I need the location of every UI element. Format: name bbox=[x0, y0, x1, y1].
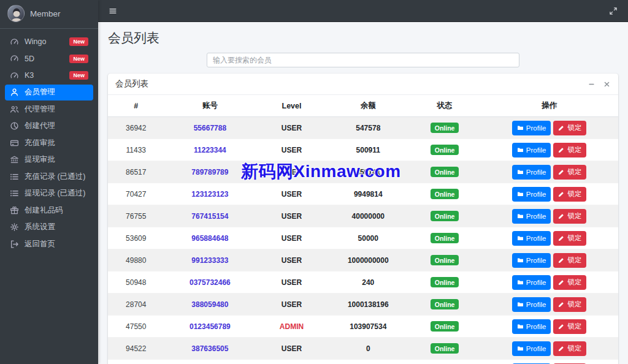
lock-button[interactable]: 锁定 bbox=[553, 165, 586, 180]
table-row: 49880 991233333 USER 1000000000 Online P… bbox=[108, 249, 618, 271]
lock-button[interactable]: 锁定 bbox=[553, 319, 586, 334]
sidebar-item[interactable]: 创建代理 bbox=[5, 118, 93, 134]
user-icon bbox=[10, 88, 19, 97]
status-badge: Online bbox=[431, 145, 459, 155]
status-badge: Online bbox=[431, 299, 459, 309]
balance-value: 50000 bbox=[358, 234, 378, 243]
profile-button[interactable]: Profile bbox=[512, 231, 551, 246]
avatar bbox=[7, 5, 25, 22]
profile-button[interactable]: Profile bbox=[512, 253, 551, 268]
account-link[interactable]: 388059480 bbox=[191, 300, 228, 309]
sidebar-item[interactable]: 代理管理 bbox=[5, 101, 93, 117]
sidebar-item[interactable]: Wingo New bbox=[5, 34, 93, 50]
sidebar-item[interactable]: 返回首页 bbox=[5, 236, 93, 252]
account-link[interactable]: 387636505 bbox=[191, 344, 228, 353]
account-link[interactable]: 0123456789 bbox=[190, 322, 231, 331]
sidebar-item[interactable]: 5D New bbox=[5, 51, 93, 67]
balance-value: 40000000 bbox=[352, 212, 385, 221]
gauge-icon bbox=[10, 71, 19, 80]
table-row: 50948 0375732466 USER 240 Online Profile… bbox=[108, 271, 618, 294]
collapse-button[interactable] bbox=[588, 80, 595, 88]
lock-button[interactable]: 锁定 bbox=[553, 275, 586, 290]
sidebar-item[interactable]: 创建礼品码 bbox=[5, 202, 93, 218]
folder-icon bbox=[517, 169, 524, 175]
profile-button[interactable]: Profile bbox=[512, 187, 551, 202]
table-row: 70427 123123123 USER 9949814 Online Prof… bbox=[108, 183, 618, 205]
sidebar-item-label: 代理管理 bbox=[25, 104, 88, 115]
profile-button[interactable]: Profile bbox=[512, 341, 551, 356]
account-link[interactable]: 991233333 bbox=[191, 256, 228, 265]
content-area: 会员列表 会员列表 bbox=[98, 22, 628, 363]
pencil-icon bbox=[558, 169, 565, 175]
close-button[interactable] bbox=[603, 80, 611, 88]
lock-button[interactable]: 锁定 bbox=[553, 209, 586, 224]
column-header: 状态 bbox=[409, 95, 480, 117]
status-badge: Online bbox=[431, 167, 459, 177]
balance-value: 0 bbox=[366, 344, 370, 353]
profile-button[interactable]: Profile bbox=[512, 209, 551, 224]
gear-icon bbox=[10, 222, 19, 232]
sidebar-item[interactable]: 充值审批 bbox=[5, 135, 93, 151]
sidebar-item[interactable]: 提现记录 (已通过) bbox=[5, 186, 93, 202]
profile-button[interactable]: Profile bbox=[512, 275, 551, 290]
account-link[interactable]: 0375732466 bbox=[190, 278, 231, 287]
table-row: 32671 387636501 USER 15132206 Online Pro… bbox=[108, 360, 618, 364]
sidebar-item[interactable]: 会员管理 bbox=[5, 85, 93, 100]
column-header: 余额 bbox=[327, 95, 409, 117]
lock-button[interactable]: 锁定 bbox=[553, 121, 586, 135]
page-title: 会员列表 bbox=[98, 22, 628, 51]
account-link[interactable]: 789789789 bbox=[191, 168, 228, 176]
status-badge: Online bbox=[431, 123, 459, 133]
profile-button[interactable]: Profile bbox=[512, 297, 551, 312]
folder-icon bbox=[517, 146, 524, 153]
column-header: Level bbox=[256, 95, 327, 117]
level-label: USER bbox=[281, 344, 302, 353]
lock-button[interactable]: 锁定 bbox=[553, 253, 586, 268]
gauge-icon bbox=[10, 37, 19, 47]
pie-chart-icon bbox=[10, 121, 19, 131]
lock-button[interactable]: 锁定 bbox=[553, 187, 586, 202]
folder-icon bbox=[517, 345, 524, 352]
balance-value: 500911 bbox=[356, 146, 380, 154]
member-id: 53609 bbox=[108, 227, 164, 249]
profile-button[interactable]: Profile bbox=[512, 165, 551, 180]
folder-icon bbox=[517, 301, 524, 308]
lock-button[interactable]: 锁定 bbox=[553, 143, 586, 157]
sidebar-item-label: K3 bbox=[25, 71, 64, 80]
folder-icon bbox=[517, 257, 524, 264]
table-row: 47550 0123456789 ADMIN 103907534 Online … bbox=[108, 316, 618, 338]
level-label: USER bbox=[281, 190, 302, 199]
lock-button[interactable]: 锁定 bbox=[553, 231, 586, 246]
sidebar-item[interactable]: 系统设置 bbox=[5, 219, 93, 235]
column-header: 账号 bbox=[164, 95, 256, 117]
fullscreen-button[interactable] bbox=[607, 5, 619, 17]
pencil-icon bbox=[558, 279, 565, 286]
balance-value: 9949814 bbox=[354, 190, 383, 199]
account-link[interactable]: 55667788 bbox=[194, 124, 226, 132]
user-name: Member bbox=[30, 9, 61, 18]
lock-button[interactable]: 锁定 bbox=[553, 297, 586, 312]
profile-button[interactable]: Profile bbox=[512, 121, 551, 135]
account-link[interactable]: 11223344 bbox=[194, 146, 226, 154]
sidebar-item-label: 创建礼品码 bbox=[25, 205, 88, 216]
account-link[interactable]: 767415154 bbox=[191, 212, 228, 221]
folder-icon bbox=[517, 124, 524, 131]
sidebar-item[interactable]: 充值记录 (已通过) bbox=[5, 169, 93, 184]
table-row: 28704 388059480 USER 1000138196 Online P… bbox=[108, 294, 618, 316]
sidebar-item[interactable]: 提现审批 bbox=[5, 152, 93, 168]
sidebar-item[interactable]: K3 New bbox=[5, 67, 93, 83]
profile-button[interactable]: Profile bbox=[512, 319, 551, 334]
new-badge: New bbox=[69, 37, 88, 46]
lock-button[interactable]: 锁定 bbox=[553, 341, 586, 356]
search-input[interactable] bbox=[207, 53, 519, 67]
menu-toggle-button[interactable] bbox=[107, 5, 119, 17]
account-link[interactable]: 123123123 bbox=[191, 190, 228, 199]
status-badge: Online bbox=[431, 321, 459, 332]
account-link[interactable]: 965884648 bbox=[191, 234, 228, 243]
user-panel[interactable]: Member bbox=[0, 0, 98, 28]
profile-button[interactable]: Profile bbox=[512, 143, 551, 157]
sidebar-item-label: 创建代理 bbox=[25, 121, 88, 131]
table-header-row: #账号Level余额状态操作 bbox=[108, 95, 618, 117]
folder-icon bbox=[517, 279, 524, 286]
pencil-icon bbox=[558, 191, 565, 197]
